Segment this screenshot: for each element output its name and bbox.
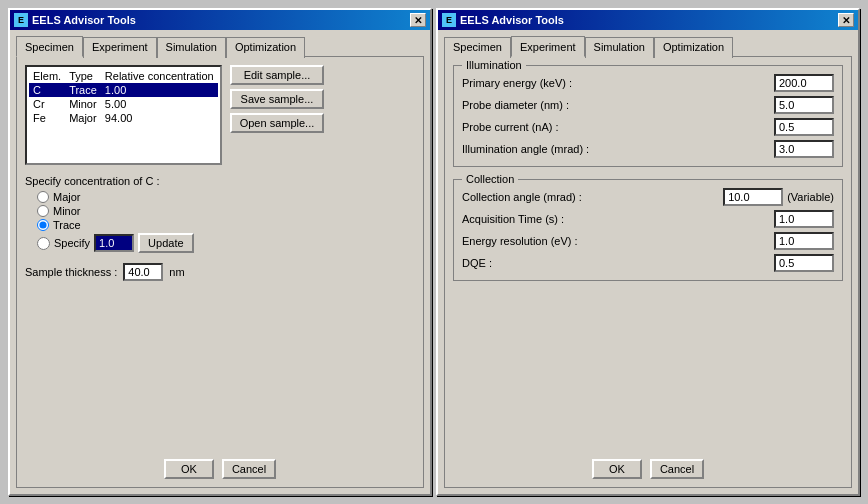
title-bar-2: E EELS Advisor Tools ✕ bbox=[438, 10, 858, 30]
window-title-1: EELS Advisor Tools bbox=[32, 14, 136, 26]
cell-conc: 5.00 bbox=[101, 97, 218, 111]
tab-optimization-1[interactable]: Optimization bbox=[226, 37, 305, 58]
cancel-button-1[interactable]: Cancel bbox=[222, 459, 276, 479]
tab-simulation-2[interactable]: Simulation bbox=[585, 37, 654, 58]
energy-resolution-label: Energy resolution (eV) : bbox=[462, 235, 774, 247]
tab-bar-2: Specimen Experiment Simulation Optimizat… bbox=[444, 36, 852, 57]
tab-optimization-2[interactable]: Optimization bbox=[654, 37, 733, 58]
cell-elem: Cr bbox=[29, 97, 65, 111]
energy-resolution-input[interactable] bbox=[774, 232, 834, 250]
dqe-label: DQE : bbox=[462, 257, 774, 269]
radio-major-label: Major bbox=[53, 191, 81, 203]
dqe-input[interactable] bbox=[774, 254, 834, 272]
cell-type: Minor bbox=[65, 97, 101, 111]
close-button-1[interactable]: ✕ bbox=[410, 13, 426, 27]
table-row[interactable]: Fe Major 94.00 bbox=[29, 111, 218, 125]
radio-minor-label: Minor bbox=[53, 205, 81, 217]
ok-button-2[interactable]: OK bbox=[592, 459, 642, 479]
col-elem: Elem. bbox=[29, 69, 65, 83]
cancel-button-2[interactable]: Cancel bbox=[650, 459, 704, 479]
collection-angle-suffix: (Variable) bbox=[787, 191, 834, 203]
concentration-label: Specify concentration of C : bbox=[25, 175, 415, 187]
thickness-label: Sample thickness : bbox=[25, 266, 117, 278]
collection-angle-input[interactable] bbox=[723, 188, 783, 206]
cell-conc: 94.00 bbox=[101, 111, 218, 125]
collection-legend: Collection bbox=[462, 173, 518, 185]
probe-diameter-input[interactable] bbox=[774, 96, 834, 114]
col-type: Type bbox=[65, 69, 101, 83]
primary-energy-label: Primary energy (keV) : bbox=[462, 77, 774, 89]
sample-table: Elem. Type Relative concentration C Trac… bbox=[25, 65, 222, 165]
ok-button-1[interactable]: OK bbox=[164, 459, 214, 479]
tab-bar-1: Specimen Experiment Simulation Optimizat… bbox=[16, 36, 424, 57]
update-button[interactable]: Update bbox=[138, 233, 193, 253]
thickness-unit: nm bbox=[169, 266, 184, 278]
tab-experiment-2[interactable]: Experiment bbox=[511, 36, 585, 57]
radio-trace-label: Trace bbox=[53, 219, 81, 231]
window-2: E EELS Advisor Tools ✕ Specimen Experime… bbox=[436, 8, 860, 496]
radio-trace[interactable] bbox=[37, 219, 49, 231]
illumination-legend: Illumination bbox=[462, 59, 526, 71]
window-title-2: EELS Advisor Tools bbox=[460, 14, 564, 26]
open-sample-button[interactable]: Open sample... bbox=[230, 113, 325, 133]
cell-elem: Fe bbox=[29, 111, 65, 125]
title-bar-1: E EELS Advisor Tools ✕ bbox=[10, 10, 430, 30]
table-row[interactable]: C Trace 1.00 bbox=[29, 83, 218, 97]
acquisition-time-label: Acquisition Time (s) : bbox=[462, 213, 774, 225]
save-sample-button[interactable]: Save sample... bbox=[230, 89, 325, 109]
illumination-angle-label: Illumination angle (mrad) : bbox=[462, 143, 774, 155]
tab-specimen-2[interactable]: Specimen bbox=[444, 37, 511, 58]
tab-simulation-1[interactable]: Simulation bbox=[157, 37, 226, 58]
close-button-2[interactable]: ✕ bbox=[838, 13, 854, 27]
radio-major[interactable] bbox=[37, 191, 49, 203]
tab-specimen-1[interactable]: Specimen bbox=[16, 36, 83, 57]
radio-specify-label: Specify bbox=[54, 237, 90, 249]
probe-current-input[interactable] bbox=[774, 118, 834, 136]
cell-elem: C bbox=[29, 83, 65, 97]
probe-diameter-label: Probe diameter (nm) : bbox=[462, 99, 774, 111]
radio-minor[interactable] bbox=[37, 205, 49, 217]
acquisition-time-input[interactable] bbox=[774, 210, 834, 228]
primary-energy-input[interactable] bbox=[774, 74, 834, 92]
app-icon-2: E bbox=[442, 13, 456, 27]
tab-experiment-1[interactable]: Experiment bbox=[83, 37, 157, 58]
specify-input[interactable] bbox=[94, 234, 134, 252]
illumination-angle-input[interactable] bbox=[774, 140, 834, 158]
edit-sample-button[interactable]: Edit sample... bbox=[230, 65, 325, 85]
cell-type: Trace bbox=[65, 83, 101, 97]
table-row[interactable]: Cr Minor 5.00 bbox=[29, 97, 218, 111]
app-icon-1: E bbox=[14, 13, 28, 27]
col-conc: Relative concentration bbox=[101, 69, 218, 83]
window-1: E EELS Advisor Tools ✕ Specimen Experime… bbox=[8, 8, 432, 496]
thickness-input[interactable] bbox=[123, 263, 163, 281]
cell-conc: 1.00 bbox=[101, 83, 218, 97]
radio-specify[interactable] bbox=[37, 237, 50, 250]
collection-angle-label: Collection angle (mrad) : bbox=[462, 191, 723, 203]
cell-type: Major bbox=[65, 111, 101, 125]
probe-current-label: Probe current (nA) : bbox=[462, 121, 774, 133]
